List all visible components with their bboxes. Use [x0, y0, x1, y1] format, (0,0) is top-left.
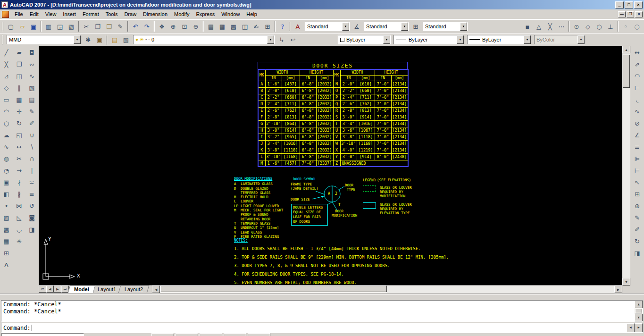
toolbar-grip[interactable]: [2, 22, 3, 31]
offset-icon[interactable]: ∥: [14, 82, 25, 93]
dim-diameter-icon[interactable]: ⊘: [632, 118, 643, 129]
render-icon[interactable]: ◙: [26, 212, 38, 223]
dim-edit-icon[interactable]: ✎: [632, 212, 643, 223]
construction-line-icon[interactable]: ╳: [1, 59, 12, 70]
layer-states-manager-icon[interactable]: ▧: [120, 34, 132, 45]
menu-insert[interactable]: Insert: [59, 10, 79, 18]
tab-layout1[interactable]: Layout1: [91, 286, 122, 293]
rectangle-icon[interactable]: ▭: [1, 94, 12, 105]
menu-file[interactable]: File: [11, 10, 26, 18]
scroll-right-button[interactable]: ▶: [635, 323, 643, 332]
paste-clip-icon[interactable]: ❒: [103, 21, 115, 32]
dim-style-combo[interactable]: Standard ▼: [364, 22, 409, 31]
stretch-icon[interactable]: ↔: [14, 141, 25, 152]
copy-object-icon[interactable]: ❐: [14, 59, 25, 70]
save-workspace-icon[interactable]: ▣: [94, 34, 105, 45]
gradient-icon[interactable]: ▩: [1, 224, 12, 235]
edit-attribute-icon[interactable]: ✎: [26, 106, 38, 117]
dim-radius-icon[interactable]: ◟: [632, 94, 643, 105]
zoom-previous-icon[interactable]: ⊖: [190, 21, 201, 32]
dim-continue-icon[interactable]: ⊨: [632, 165, 643, 176]
canvas-vertical-scrollbar[interactable]: ▲ ▼: [622, 46, 630, 286]
cmd-scroll-thumb[interactable]: [635, 309, 642, 313]
workspace-settings-icon[interactable]: ✱: [83, 34, 94, 45]
scroll-left-button[interactable]: ◀: [152, 286, 160, 293]
maximize-button[interactable]: □: [625, 1, 633, 8]
layer-properties-manager-icon[interactable]: ▤: [109, 34, 120, 45]
edit-polyline-icon[interactable]: ∾: [26, 59, 38, 70]
multiline-text-icon[interactable]: A: [1, 259, 12, 270]
menu-tools[interactable]: Tools: [102, 10, 121, 18]
command-window-splitter[interactable]: [0, 294, 644, 300]
drawing-canvas[interactable]: DOOR SIZES MK WIDTH HEIGHT MK WIDTH: [39, 46, 622, 286]
polyline-icon[interactable]: ⊿: [1, 70, 12, 82]
qnew-icon[interactable]: ▢: [5, 21, 17, 32]
snap-to-center-icon[interactable]: ⊙: [571, 21, 582, 32]
snap-to-quadrant-icon[interactable]: ◇: [582, 21, 594, 32]
erase-icon[interactable]: ▰: [14, 47, 25, 58]
menu-view[interactable]: View: [42, 10, 60, 18]
undo-icon[interactable]: ↶: [130, 21, 141, 32]
ellipse-icon[interactable]: ◍: [1, 153, 12, 164]
pan-realtime-icon[interactable]: ❖: [156, 21, 167, 32]
status-toggle-button[interactable]: [200, 333, 222, 336]
align-icon[interactable]: ≡: [26, 188, 38, 200]
workspace-combo[interactable]: MMD ▼: [7, 35, 81, 44]
dropdown-arrow-icon[interactable]: ▼: [383, 35, 390, 44]
orbit-icon[interactable]: ↺: [26, 200, 38, 211]
dim-baseline-icon[interactable]: ⊫: [632, 153, 643, 164]
linetype-control-combo[interactable]: ByLayer ▼: [393, 35, 464, 44]
table-icon[interactable]: ⊞: [1, 247, 12, 259]
hatch-icon[interactable]: ▨: [1, 212, 12, 223]
status-toggle-button[interactable]: [151, 333, 174, 336]
union-icon[interactable]: ∪: [26, 129, 38, 141]
tab-layout2[interactable]: Layout2: [118, 286, 150, 293]
menu-dimension[interactable]: Dimension: [140, 10, 171, 18]
scroll-down-button[interactable]: ▼: [635, 314, 643, 321]
save-icon[interactable]: ▣: [28, 21, 39, 32]
hscroll-thumb[interactable]: [160, 286, 387, 292]
toolbar-grip[interactable]: [106, 35, 107, 44]
publish-icon[interactable]: ▧: [66, 21, 77, 32]
color-control-combo[interactable]: ByLayer ▼: [338, 35, 391, 44]
dropdown-arrow-icon[interactable]: ▼: [74, 35, 81, 44]
explode-icon[interactable]: ✳: [14, 235, 25, 247]
dropdown-arrow-icon[interactable]: ▼: [460, 22, 467, 31]
dim-style-icon[interactable]: ◨: [632, 247, 643, 259]
dim-angular-icon[interactable]: ∠: [632, 129, 643, 141]
scroll-up-button[interactable]: ▲: [622, 46, 630, 53]
doc-minimize-button[interactable]: —: [618, 11, 626, 17]
quick-leader-icon[interactable]: ↖: [632, 176, 643, 188]
dim-text-edit-icon[interactable]: ✐: [632, 224, 643, 235]
tool-palettes-icon[interactable]: ▩: [228, 21, 239, 32]
trim-icon[interactable]: ✂: [14, 153, 25, 164]
dropdown-arrow-icon[interactable]: ▼: [342, 22, 349, 31]
toolbar-grip[interactable]: [289, 22, 290, 31]
scroll-up-button[interactable]: ▲: [635, 301, 643, 308]
named-views-icon[interactable]: ◨: [26, 224, 38, 235]
measure-icon[interactable]: ≍: [26, 176, 38, 188]
snap-to-midpoint-icon[interactable]: △: [533, 21, 544, 32]
edit-hatch-icon[interactable]: ▧: [26, 82, 38, 93]
fillet-icon[interactable]: ◡: [14, 224, 25, 235]
dim-arc-length-icon[interactable]: ◠: [632, 70, 643, 82]
menu-draw[interactable]: Draw: [121, 10, 140, 18]
lineweight-control-combo[interactable]: ByLayer ▼: [467, 35, 531, 44]
scroll-down-button[interactable]: ▼: [622, 278, 630, 286]
break-icon[interactable]: ∦: [14, 188, 25, 200]
quickcalc-icon[interactable]: ⊞: [262, 21, 273, 32]
menu-window[interactable]: Window: [218, 10, 243, 18]
minimize-button[interactable]: _: [615, 1, 624, 8]
dropdown-arrow-icon[interactable]: ▼: [524, 35, 531, 44]
dim-style-manager-icon[interactable]: ∡: [351, 21, 362, 32]
markup-set-manager-icon[interactable]: ✍: [251, 21, 262, 32]
insert-block-icon[interactable]: ▣: [1, 176, 12, 188]
close-button[interactable]: ×: [634, 1, 643, 8]
dim-update-icon[interactable]: ↻: [632, 235, 643, 247]
make-block-icon[interactable]: ◧: [1, 188, 12, 200]
center-mark-icon[interactable]: ⊕: [632, 200, 643, 211]
redo-icon[interactable]: ↷: [141, 21, 152, 32]
mirror-icon[interactable]: ◫: [14, 70, 25, 82]
status-toggle-button[interactable]: [176, 333, 198, 336]
command-history[interactable]: Command: *Cancel*Command: *Cancel* ▲ ▼: [1, 300, 643, 322]
